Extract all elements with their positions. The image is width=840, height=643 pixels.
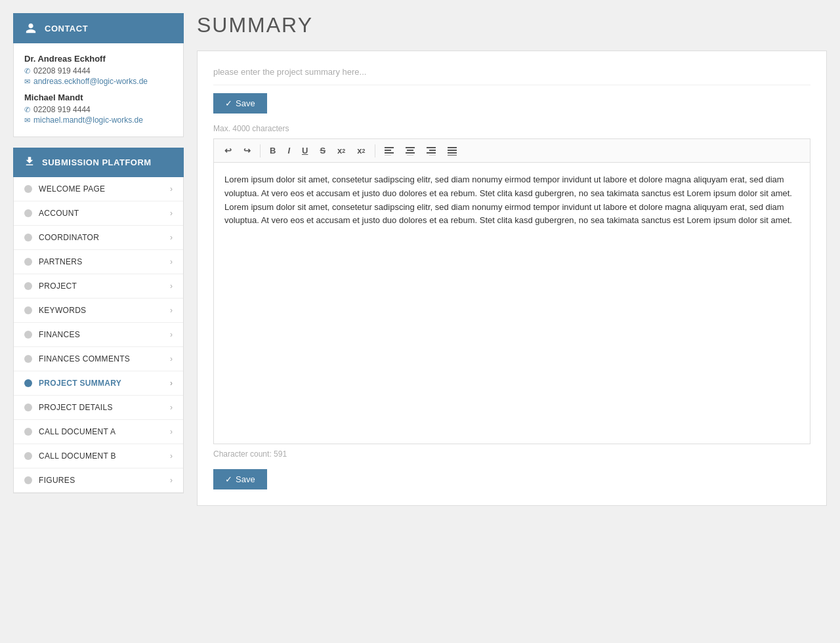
char-count: Character count: 591 [213,449,810,459]
svg-rect-12 [448,147,457,148]
chevron-icon-project: › [170,281,173,291]
nav-header-label: SUBMISSION PLATFORM [42,157,152,167]
nav-dot-finances-comments [24,355,32,363]
editor-toolbar: ↩ ↪ B I U S x2 x2 [213,138,810,162]
nav-dot-finances [24,331,32,339]
contact1-name: Dr. Andreas Eckhoff [24,54,173,64]
strikethrough-button[interactable]: S [314,143,331,158]
undo-button[interactable]: ↩ [219,143,237,158]
phone-icon-2: ✆ [24,106,30,114]
align-left-button[interactable] [379,144,399,158]
nav-label-call-document-a: CALL DOCUMENT A [39,427,163,436]
chevron-icon-project-summary: › [170,379,173,388]
nav-label-call-document-b: CALL DOCUMENT B [39,451,163,461]
chevron-icon-call-document-a: › [170,427,173,436]
chevron-icon-account: › [170,209,173,218]
nav-label-keywords: KEYWORDS [39,306,163,315]
svg-rect-2 [385,152,394,154]
toolbar-separator-2 [375,144,375,157]
nav-dot-coordinator [24,234,32,241]
nav-item-finances[interactable]: FINANCES › [14,323,183,347]
main-content: SUMMARY please enter the project summary… [197,13,827,630]
contact2-phone: ✆ 02208 919 4444 [24,105,173,114]
contact-header: CONTACT [13,13,184,43]
svg-rect-13 [448,150,457,151]
nav-dot-call-document-a [24,428,32,436]
underline-button[interactable]: U [297,143,313,158]
phone-icon-1: ✆ [24,67,30,75]
align-right-button[interactable] [421,144,441,158]
chevron-icon-call-document-b: › [170,451,173,461]
chevron-icon-keywords: › [170,306,173,315]
svg-rect-0 [385,147,394,148]
checkmark-icon-bottom: ✓ [225,474,232,484]
max-chars-label: Max. 4000 characters [213,124,810,133]
chevron-icon-welcome-page: › [170,184,173,194]
italic-button[interactable]: I [282,143,295,158]
nav-dot-figures [24,476,32,484]
chevron-icon-finances: › [170,330,173,339]
checkmark-icon-top: ✓ [225,98,232,108]
svg-rect-4 [406,147,415,148]
nav-item-coordinator[interactable]: COORDINATOR › [14,226,183,250]
nav-label-account: ACCOUNT [39,209,163,218]
svg-rect-1 [385,150,391,151]
nav-label-partners: PARTNERS [39,257,163,266]
svg-rect-3 [385,155,391,156]
nav-dot-welcome-page [24,185,32,193]
nav-dot-project-details [24,404,32,411]
contact1-email: ✉ andreas.eckhoff@logic-works.de [24,77,173,86]
nav-item-account[interactable]: ACCOUNT › [14,201,183,226]
nav-label-finances-comments: FINANCES COMMENTS [39,354,163,363]
svg-rect-10 [427,152,436,154]
email-icon-2: ✉ [24,116,30,125]
chevron-icon-project-details: › [170,403,173,412]
summary-placeholder: please enter the project summary here... [213,67,810,85]
chevron-icon-partners: › [170,257,173,266]
download-icon [24,156,35,169]
svg-rect-9 [429,150,436,151]
contact-header-label: CONTACT [45,24,88,33]
contact-card: Dr. Andreas Eckhoff ✆ 02208 919 4444 ✉ a… [13,43,184,137]
nav-item-figures[interactable]: FIGURES › [14,468,183,493]
nav-label-project-summary: PROJECT SUMMARY [39,379,163,388]
nav-label-welcome-page: WELCOME PAGE [39,184,163,194]
nav-item-call-document-a[interactable]: CALL DOCUMENT A › [14,420,183,444]
nav-dot-account [24,209,32,217]
svg-rect-5 [407,150,413,151]
subscript-button[interactable]: x2 [352,143,370,158]
bold-button[interactable]: B [264,143,281,158]
nav-item-call-document-b[interactable]: CALL DOCUMENT B › [14,444,183,468]
page-title: SUMMARY [197,13,827,37]
editor-area[interactable]: Lorem ipsum dolor sit amet, consetetur s… [213,162,810,444]
nav-item-project[interactable]: PROJECT › [14,274,183,299]
content-panel: please enter the project summary here...… [197,51,827,506]
nav-label-finances: FINANCES [39,330,163,339]
nav-dot-project-summary [24,379,32,387]
align-center-button[interactable] [400,144,420,158]
nav-label-figures: FIGURES [39,476,163,485]
chevron-icon-figures: › [170,476,173,485]
superscript-button[interactable]: x2 [332,143,350,158]
nav-label-project: PROJECT [39,281,163,291]
nav-header: SUBMISSION PLATFORM [13,148,184,177]
save-button-bottom[interactable]: ✓ Save [213,469,267,489]
justify-button[interactable] [442,144,462,158]
nav-item-finances-comments[interactable]: FINANCES COMMENTS › [14,347,183,371]
nav-label-coordinator: COORDINATOR [39,233,163,242]
nav-item-keywords[interactable]: KEYWORDS › [14,299,183,323]
nav-item-welcome-page[interactable]: WELCOME PAGE › [14,177,183,201]
chevron-icon-finances-comments: › [170,354,173,363]
svg-rect-6 [406,152,415,154]
contact1-email-link[interactable]: andreas.eckhoff@logic-works.de [33,77,148,86]
nav-item-project-details[interactable]: PROJECT DETAILS › [14,396,183,420]
sidebar: CONTACT Dr. Andreas Eckhoff ✆ 02208 919 … [13,13,184,630]
nav-item-project-summary[interactable]: PROJECT SUMMARY › [14,371,183,396]
contact2-name: Michael Mandt [24,93,173,102]
save-button-top[interactable]: ✓ Save [213,93,267,114]
svg-rect-14 [448,152,457,154]
contact2-email-link[interactable]: michael.mandt@logic-works.de [33,115,143,125]
redo-button[interactable]: ↪ [238,143,256,158]
nav-item-partners[interactable]: PARTNERS › [14,250,183,274]
contact2-email: ✉ michael.mandt@logic-works.de [24,115,173,125]
